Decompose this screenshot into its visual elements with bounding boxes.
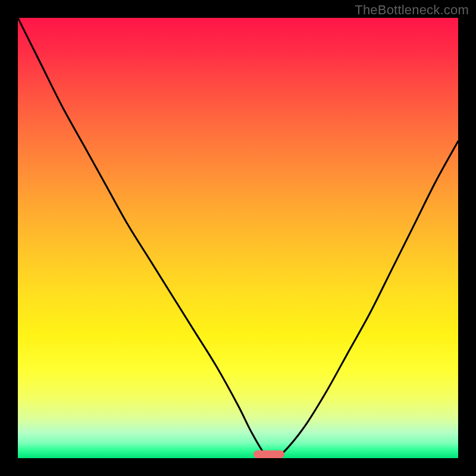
chart-frame: TheBottleneck.com [0, 0, 476, 476]
curve-layer [18, 18, 458, 458]
plot-area [18, 18, 458, 458]
watermark-text: TheBottleneck.com [355, 2, 469, 18]
minimum-marker [253, 450, 284, 458]
bottleneck-curve [18, 18, 458, 458]
